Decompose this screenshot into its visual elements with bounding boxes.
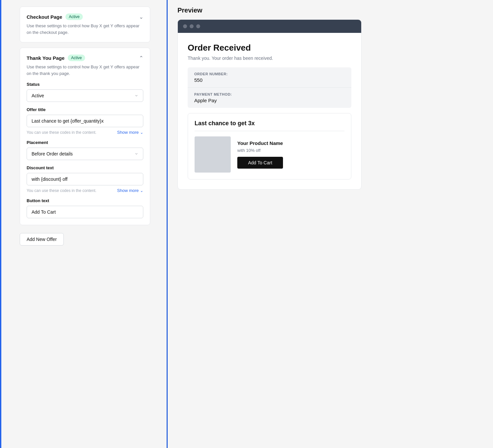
placement-label: Placement bbox=[27, 140, 143, 145]
offer-title-label: Offer title bbox=[27, 107, 143, 112]
product-image-placeholder bbox=[195, 136, 231, 173]
right-panel: Preview Order Received Thank you. Your o… bbox=[168, 0, 493, 448]
left-panel: Checkout Page Active ⌄ Use these setting… bbox=[0, 0, 168, 448]
thank-you-card-title: Thank You Page bbox=[27, 55, 64, 61]
show-more-chevron-1: ⌄ bbox=[140, 130, 143, 135]
browser-dot-1 bbox=[183, 24, 187, 28]
status-select[interactable]: Active Inactive bbox=[27, 89, 143, 102]
status-label: Status bbox=[27, 82, 143, 87]
order-number-label: ORDER NUMBER: bbox=[194, 72, 345, 76]
thank-you-active-badge: Active bbox=[68, 55, 85, 61]
discount-text-field-group: Discount text You can use these codes in… bbox=[27, 165, 143, 193]
thank-you-card-header: Thank You Page Active ⌃ bbox=[27, 55, 143, 61]
discount-text-helper-text: You can use these codes in the content. bbox=[27, 188, 96, 193]
show-more-label-2: Show more bbox=[117, 188, 139, 193]
browser-mockup: Order Received Thank you. Your order has… bbox=[177, 19, 362, 190]
browser-content: Order Received Thank you. Your order has… bbox=[178, 33, 361, 189]
placement-field-group: Placement Before Order details After Ord… bbox=[27, 140, 143, 160]
discount-text-input[interactable] bbox=[27, 173, 143, 185]
show-more-chevron-2: ⌄ bbox=[140, 188, 143, 193]
payment-method-row: PAYMENT METHOD: Apple Pay bbox=[188, 88, 351, 108]
browser-dot-3 bbox=[196, 24, 200, 28]
thank-you-chevron-icon[interactable]: ⌃ bbox=[139, 55, 143, 61]
browser-dot-2 bbox=[190, 24, 194, 28]
order-number-value: 550 bbox=[194, 77, 345, 83]
checkout-card-title: Checkout Page bbox=[27, 14, 62, 20]
preview-title: Preview bbox=[177, 7, 483, 14]
offer-box: Last chance to get 3x Your Product Name … bbox=[188, 113, 351, 179]
order-info-box: ORDER NUMBER: 550 PAYMENT METHOD: Apple … bbox=[188, 67, 351, 108]
offer-title-field-group: Offer title You can use these codes in t… bbox=[27, 107, 143, 135]
checkout-card-description: Use these settings to control how Buy X … bbox=[27, 23, 143, 35]
add-to-cart-preview-button[interactable]: Add To Cart bbox=[237, 157, 283, 169]
button-text-label: Button text bbox=[27, 198, 143, 203]
checkout-chevron-icon[interactable]: ⌄ bbox=[139, 14, 143, 20]
discount-text-helper-row: You can use these codes in the content. … bbox=[27, 188, 143, 193]
thank-you-title-row: Thank You Page Active bbox=[27, 55, 85, 61]
offer-title-helper-text: You can use these codes in the content. bbox=[27, 130, 96, 135]
button-text-input[interactable] bbox=[27, 206, 143, 218]
product-discount: with 10% off bbox=[237, 148, 283, 153]
offer-title-helper-row: You can use these codes in the content. … bbox=[27, 130, 143, 135]
payment-method-label: PAYMENT METHOD: bbox=[194, 92, 345, 96]
offer-product-row: Your Product Name with 10% off Add To Ca… bbox=[195, 136, 344, 173]
blue-bar bbox=[0, 0, 1, 448]
offer-title-show-more-button[interactable]: Show more ⌄ bbox=[117, 130, 143, 135]
order-received-subtitle: Thank you. Your order has been received. bbox=[188, 56, 351, 61]
checkout-card-header: Checkout Page Active ⌄ bbox=[27, 13, 143, 20]
offer-title-input[interactable] bbox=[27, 115, 143, 127]
checkout-page-card: Checkout Page Active ⌄ Use these setting… bbox=[20, 7, 150, 42]
discount-text-show-more-button[interactable]: Show more ⌄ bbox=[117, 188, 143, 193]
offer-box-title: Last chance to get 3x bbox=[195, 120, 344, 131]
thank-you-card-description: Use these settings to control how Buy X … bbox=[27, 64, 143, 77]
order-number-row: ORDER NUMBER: 550 bbox=[188, 67, 351, 88]
discount-text-label: Discount text bbox=[27, 165, 143, 170]
thank-you-page-card: Thank You Page Active ⌃ Use these settin… bbox=[20, 48, 150, 225]
product-info: Your Product Name with 10% off Add To Ca… bbox=[237, 140, 283, 169]
show-more-label-1: Show more bbox=[117, 130, 139, 135]
button-text-field-group: Button text bbox=[27, 198, 143, 218]
payment-method-value: Apple Pay bbox=[194, 98, 345, 103]
add-new-offer-button[interactable]: Add New Offer bbox=[20, 233, 64, 246]
status-field-group: Status Active Inactive bbox=[27, 82, 143, 102]
placement-select[interactable]: Before Order details After Order details bbox=[27, 148, 143, 160]
order-received-title: Order Received bbox=[188, 43, 351, 53]
product-name: Your Product Name bbox=[237, 140, 283, 146]
checkout-active-badge: Active bbox=[65, 13, 83, 20]
browser-bar bbox=[178, 20, 361, 33]
checkout-title-row: Checkout Page Active bbox=[27, 13, 83, 20]
